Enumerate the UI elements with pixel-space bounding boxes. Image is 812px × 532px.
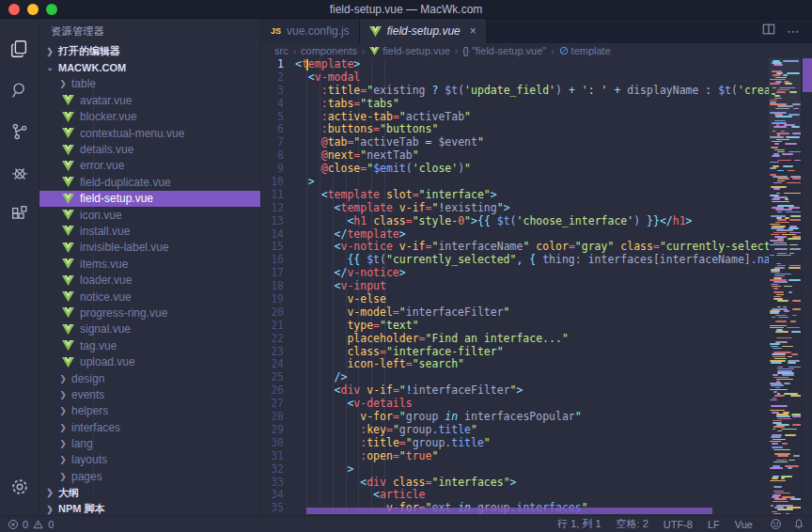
code-line[interactable]: 29 :key="group.title" <box>261 424 769 437</box>
minimize-window-button[interactable] <box>27 4 39 15</box>
code-line[interactable]: 16 {{ $t("currently_selected", { thing: … <box>261 254 769 267</box>
code-line[interactable]: 27 <v-details <box>261 398 769 411</box>
code-line[interactable]: 1<template> <box>261 58 769 71</box>
tree-item-loader.vue[interactable]: loader.vue <box>39 272 260 288</box>
code-line[interactable]: 34 <article <box>261 489 769 502</box>
code-line[interactable]: 5 :active-tab="activeTab" <box>261 111 769 124</box>
minimap[interactable] <box>769 58 801 515</box>
code-line[interactable]: 20 v-model="interfaceFilter" <box>261 306 769 320</box>
tree-item-tag.vue[interactable]: tag.vue <box>39 337 260 353</box>
code-line[interactable]: 23 class="interface-filter" <box>261 346 769 359</box>
close-tab-icon[interactable]: × <box>470 24 476 38</box>
close-window-button[interactable] <box>8 4 20 15</box>
tree-item-contextual-menu.vue[interactable]: contextual-menu.vue <box>39 125 260 141</box>
code-line[interactable]: 21 type="text" <box>261 320 769 333</box>
code-line[interactable]: 4 :tabs="tabs" <box>261 98 769 111</box>
workspace-root[interactable]: ⌄ MACWK.COM <box>39 59 260 75</box>
tree-item-icon.vue[interactable]: icon.vue <box>39 207 260 223</box>
minimap-line <box>777 160 791 162</box>
minimap-line <box>789 279 801 281</box>
code-editor[interactable]: 1<template>2 <v-modal3 :title="existing … <box>261 58 812 515</box>
tree-item-field-setup.vue[interactable]: field-setup.vue <box>39 191 260 207</box>
tree-item-upload.vue[interactable]: upload.vue <box>39 353 260 369</box>
tree-item-avatar.vue[interactable]: avatar.vue <box>39 92 260 108</box>
more-actions-icon[interactable]: ⋯ <box>787 23 801 39</box>
tree-item-error.vue[interactable]: error.vue <box>39 158 260 174</box>
debug-icon[interactable] <box>0 152 39 194</box>
npm-scripts-section[interactable]: ❯ NPM 脚本 <box>39 501 260 515</box>
search-icon[interactable] <box>0 70 39 111</box>
tree-item-table[interactable]: ❯table <box>39 76 260 92</box>
zoom-window-button[interactable] <box>46 4 57 15</box>
tree-item-details.vue[interactable]: details.vue <box>39 141 260 157</box>
code-line[interactable]: 30 :title="group.title" <box>261 437 769 450</box>
vertical-scrollbar[interactable] <box>801 58 812 515</box>
tree-item-notice.vue[interactable]: notice.vue <box>39 289 260 305</box>
tree-item-progress-ring.vue[interactable]: progress-ring.vue <box>39 305 260 321</box>
tree-item-items.vue[interactable]: items.vue <box>39 256 260 272</box>
code-line[interactable]: 3 :title="existing ? $t('update_field') … <box>261 85 769 98</box>
code-line[interactable]: 11 <template slot="interface"> <box>261 189 769 202</box>
code-line[interactable]: 2 <v-modal <box>261 71 769 85</box>
code-line[interactable]: 28 v-for="group in interfacesPopular" <box>261 411 769 424</box>
code-line[interactable]: 17 </v-notice> <box>261 267 769 280</box>
tab-field-setup-vue[interactable]: field-setup.vue × <box>360 19 487 43</box>
tree-item-invisible-label.vue[interactable]: invisible-label.vue <box>39 240 260 256</box>
extensions-icon[interactable] <box>0 194 39 235</box>
breadcrumb-template[interactable]: template <box>559 45 611 56</box>
open-editors-section[interactable]: ❯ 打开的编辑器 <box>39 43 260 59</box>
code-line[interactable]: 15 <v-notice v-if="interfaceName" color=… <box>261 241 769 254</box>
code-line[interactable]: 18 <v-input <box>261 280 769 293</box>
code-line[interactable]: 25 /> <box>261 371 769 384</box>
outline-section[interactable]: ❯ 大纲 <box>39 485 260 501</box>
horizontal-scrollbar[interactable] <box>306 508 712 514</box>
tree-item-layouts[interactable]: ❯layouts <box>39 452 260 468</box>
tree-item-field-duplicate.vue[interactable]: field-duplicate.vue <box>39 174 260 190</box>
tree-item-interfaces[interactable]: ❯interfaces <box>39 419 260 435</box>
breadcrumb-export[interactable]: {} "field-setup.vue" <box>462 45 546 56</box>
tree-item-design[interactable]: ❯design <box>39 370 260 386</box>
notifications-bell-icon[interactable] <box>793 518 804 530</box>
settings-gear-icon[interactable] <box>0 466 39 508</box>
code-line[interactable]: 7 @tab="activeTab = $event" <box>261 136 769 149</box>
code-line[interactable]: 6 :buttons="buttons" <box>261 123 769 136</box>
split-editor-icon[interactable] <box>762 23 775 39</box>
explorer-icon[interactable] <box>0 28 39 70</box>
indentation-status[interactable]: 空格: 2 <box>617 517 648 531</box>
minimap-line <box>775 315 787 317</box>
code-line[interactable]: 8 @next="nextTab" <box>261 149 769 163</box>
tab-vue-config-js[interactable]: JS vue.config.js <box>261 19 360 43</box>
cursor-position-status[interactable]: 行 1, 列 1 <box>557 517 601 531</box>
code-line[interactable]: 13 <h1 class="style-0">{{ $t('choose_int… <box>261 215 769 228</box>
code-line[interactable]: 24 icon-left="search" <box>261 358 769 371</box>
code-line[interactable]: 19 v-else <box>261 293 769 306</box>
tree-item-lang[interactable]: ❯lang <box>39 435 260 451</box>
breadcrumb-file[interactable]: field-setup.vue <box>369 45 450 56</box>
tree-item-events[interactable]: ❯events <box>39 386 260 402</box>
breadcrumb-src[interactable]: src <box>274 45 289 56</box>
code-line[interactable]: 10 > <box>261 176 769 189</box>
code-line[interactable]: 32 > <box>261 463 769 477</box>
code-line[interactable]: 9 @close="$emit('close')" <box>261 163 769 176</box>
code-line[interactable]: 26 <div v-if="!interfaceFilter"> <box>261 384 769 398</box>
tree-item-blocker.vue[interactable]: blocker.vue <box>39 109 260 125</box>
tree-item-install.vue[interactable]: install.vue <box>39 223 260 239</box>
tree-item-pages[interactable]: ❯pages <box>39 468 260 484</box>
source-control-icon[interactable] <box>0 111 39 152</box>
language-mode-status[interactable]: Vue <box>735 519 753 530</box>
code-line[interactable]: 31 :open="true" <box>261 450 769 463</box>
code-line[interactable]: 22 placeholder="Find an interface..." <box>261 333 769 346</box>
vertical-scrollbar-thumb[interactable] <box>803 58 812 92</box>
feedback-smiley-icon[interactable] <box>770 518 782 530</box>
problems-status[interactable]: 0 0 <box>8 519 54 530</box>
code-content[interactable]: 1<template>2 <v-modal3 :title="existing … <box>261 58 769 515</box>
code-line[interactable]: 12 <template v-if="!existing"> <box>261 202 769 215</box>
code-line[interactable]: 33 <div class="interfaces"> <box>261 477 769 490</box>
breadcrumb-components[interactable]: components <box>301 45 357 56</box>
eol-status[interactable]: LF <box>708 519 720 530</box>
encoding-status[interactable]: UTF-8 <box>664 519 693 530</box>
code-line[interactable]: 14 </template> <box>261 228 769 242</box>
tree-item-signal.vue[interactable]: signal.vue <box>39 321 260 337</box>
tree-item-helpers[interactable]: ❯helpers <box>39 403 260 419</box>
minimap-line <box>776 460 787 462</box>
